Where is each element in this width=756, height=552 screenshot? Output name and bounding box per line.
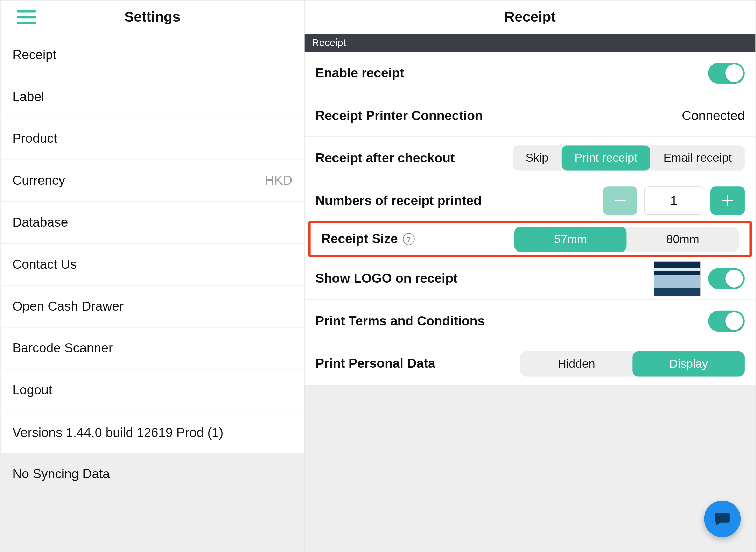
toggle-show-logo[interactable] <box>708 268 745 289</box>
version-text: Versions 1.44.0 build 12619 Prod (1) <box>12 425 223 440</box>
settings-item-value: HKD <box>265 173 292 188</box>
stepper-increment-button[interactable] <box>710 186 745 214</box>
settings-item-barcode-scanner[interactable]: Barcode Scanner <box>1 328 304 370</box>
detail-pane: Receipt Receipt Enable receipt Receipt P… <box>305 1 756 552</box>
row-label: Receipt Size ? <box>321 232 414 247</box>
settings-item-contact-us[interactable]: Contact Us <box>1 244 304 286</box>
sync-status-row: No Syncing Data <box>1 453 304 495</box>
hamburger-menu-icon[interactable] <box>17 10 36 24</box>
section-band-receipt: Receipt <box>305 34 756 52</box>
stepper-num-printed <box>603 186 745 214</box>
stepper-input[interactable] <box>644 186 704 214</box>
settings-item-open-cash-drawer[interactable]: Open Cash Drawer <box>1 286 304 328</box>
row-enable-receipt: Enable receipt <box>305 52 756 95</box>
receipt-settings-rows: Enable receipt Receipt Printer Connectio… <box>305 52 756 385</box>
settings-item-label: Label <box>12 89 44 105</box>
row-receipt-size: Receipt Size ? 57mm 80mm <box>308 221 752 257</box>
settings-pane: Settings Receipt Label Product Currency … <box>1 1 305 552</box>
segmented-receipt-size: 57mm 80mm <box>514 226 739 252</box>
seg-hidden[interactable]: Hidden <box>520 351 633 376</box>
settings-title: Settings <box>124 9 180 25</box>
settings-item-label: Database <box>12 215 68 230</box>
row-num-printed: Numbers of receipt printed <box>305 179 756 222</box>
chat-support-button[interactable] <box>704 501 741 537</box>
row-show-logo: Show LOGO on receipt <box>305 257 756 300</box>
settings-header: Settings <box>1 1 304 34</box>
seg-57mm[interactable]: 57mm <box>514 226 627 252</box>
row-label: Receipt after checkout <box>315 150 455 165</box>
seg-email-receipt[interactable]: Email receipt <box>651 145 745 171</box>
help-icon[interactable]: ? <box>402 233 414 245</box>
toggle-enable-receipt[interactable] <box>708 62 745 84</box>
seg-print-receipt[interactable]: Print receipt <box>561 145 650 171</box>
settings-item-database[interactable]: Database <box>1 202 304 244</box>
sync-status-text: No Syncing Data <box>12 466 110 482</box>
settings-item-logout[interactable]: Logout <box>1 369 304 411</box>
logo-thumbnail[interactable] <box>654 261 701 296</box>
row-personal-data: Print Personal Data Hidden Display <box>305 342 756 385</box>
printer-status-value: Connected <box>682 108 745 123</box>
settings-item-label: Logout <box>12 383 52 398</box>
stepper-decrement-button[interactable] <box>603 186 637 214</box>
row-label: Show LOGO on receipt <box>315 271 457 286</box>
segmented-after-checkout: Skip Print receipt Email receipt <box>512 145 745 171</box>
settings-gray-section: No Syncing Data <box>1 453 304 552</box>
seg-skip[interactable]: Skip <box>512 145 561 171</box>
settings-item-label: Product <box>12 131 57 147</box>
segmented-personal-data: Hidden Display <box>520 351 745 376</box>
row-after-checkout: Receipt after checkout Skip Print receip… <box>305 137 756 180</box>
settings-item-label: Open Cash Drawer <box>12 299 124 314</box>
settings-item-label: Currency <box>12 173 65 188</box>
settings-item-label: Barcode Scanner <box>12 341 113 356</box>
receipt-size-label: Receipt Size <box>321 232 398 247</box>
seg-80mm[interactable]: 80mm <box>626 226 739 252</box>
settings-item-label: Receipt <box>12 47 56 63</box>
settings-item-label: Contact Us <box>12 257 77 272</box>
row-label: Receipt Printer Connection <box>315 108 483 123</box>
row-print-terms: Print Terms and Conditions <box>305 300 756 342</box>
seg-display[interactable]: Display <box>632 351 745 376</box>
settings-item-product[interactable]: Product <box>1 118 304 160</box>
settings-item-currency[interactable]: Currency HKD <box>1 160 304 202</box>
row-label: Enable receipt <box>315 65 404 80</box>
row-label: Numbers of receipt printed <box>315 193 481 208</box>
row-label: Print Terms and Conditions <box>315 313 485 328</box>
row-label: Print Personal Data <box>315 356 435 371</box>
settings-item-receipt[interactable]: Receipt <box>1 34 304 76</box>
toggle-print-terms[interactable] <box>708 310 745 332</box>
detail-title: Receipt <box>305 1 756 34</box>
row-printer-connection[interactable]: Receipt Printer Connection Connected <box>305 94 756 137</box>
settings-version-row: Versions 1.44.0 build 12619 Prod (1) <box>1 411 304 453</box>
app-root: Settings Receipt Label Product Currency … <box>0 0 756 552</box>
settings-item-label-printer[interactable]: Label <box>1 76 304 118</box>
settings-list: Receipt Label Product Currency HKD Datab… <box>1 34 304 552</box>
